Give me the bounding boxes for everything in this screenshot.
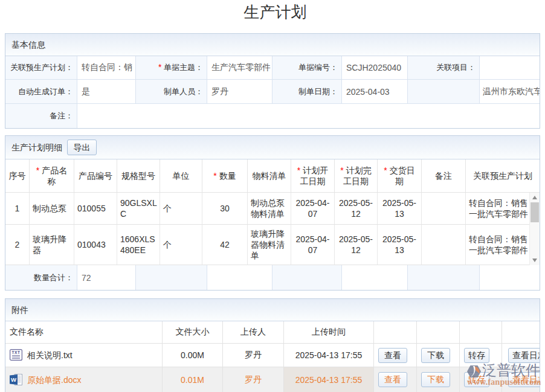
svg-text:W: W — [11, 376, 16, 383]
svg-text:TXT: TXT — [12, 350, 21, 355]
